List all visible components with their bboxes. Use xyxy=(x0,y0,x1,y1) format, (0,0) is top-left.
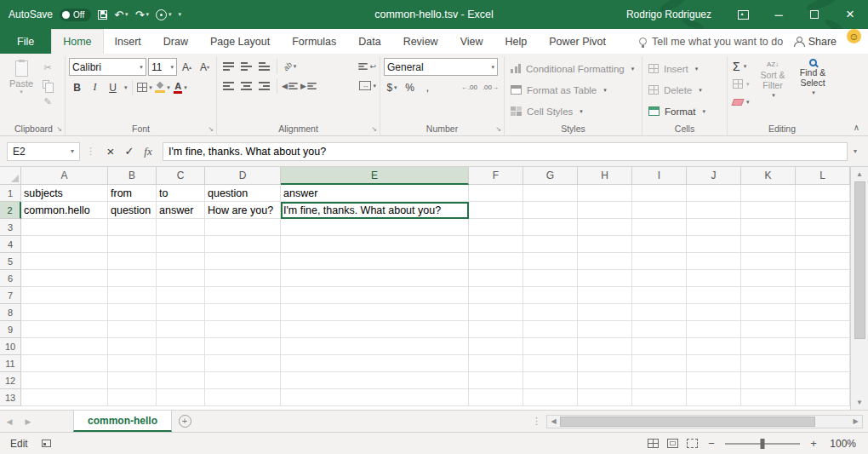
customize-quick-access-button[interactable]: ▾ xyxy=(179,11,182,18)
column-header-a[interactable]: A xyxy=(21,167,108,185)
cell-c1[interactable]: to xyxy=(157,185,205,202)
decrease-indent-button[interactable]: ◀ xyxy=(282,78,299,94)
cell-b13[interactable] xyxy=(108,389,157,406)
user-name[interactable]: Rodrigo Rodriguez xyxy=(626,9,711,20)
cell-k4[interactable] xyxy=(741,236,796,253)
cell-f3[interactable] xyxy=(469,219,523,236)
cell-b7[interactable] xyxy=(108,287,157,304)
decrease-font-size-button[interactable]: A▾ xyxy=(197,59,213,75)
row-header-1[interactable]: 1 xyxy=(0,185,21,202)
scroll-right-icon[interactable]: ▶ xyxy=(849,417,862,425)
font-name-combobox[interactable]: Calibri▾ xyxy=(69,58,146,76)
cell-g9[interactable] xyxy=(523,321,578,338)
cell-e10[interactable] xyxy=(281,338,469,355)
cell-c11[interactable] xyxy=(157,355,205,372)
column-header-b[interactable]: B xyxy=(108,167,157,185)
undo-button[interactable]: ↶▾ xyxy=(114,9,128,21)
cell-d10[interactable] xyxy=(205,338,281,355)
minimize-button[interactable]: ─ xyxy=(761,0,797,29)
cell-j2[interactable] xyxy=(687,202,741,219)
cell-g6[interactable] xyxy=(523,270,578,287)
inking-button[interactable]: ▾ xyxy=(156,9,172,20)
cell-k12[interactable] xyxy=(741,372,796,389)
cell-e4[interactable] xyxy=(281,236,469,253)
cell-a9[interactable] xyxy=(21,321,108,338)
number-dialog-launcher[interactable]: ↘ xyxy=(495,125,501,133)
cell-l12[interactable] xyxy=(796,372,850,389)
row-header-3[interactable]: 3 xyxy=(0,219,21,236)
cell-d3[interactable] xyxy=(205,219,281,236)
cell-g11[interactable] xyxy=(523,355,578,372)
cell-g7[interactable] xyxy=(523,287,578,304)
column-header-g[interactable]: G xyxy=(523,167,578,185)
cell-k10[interactable] xyxy=(741,338,796,355)
cell-i6[interactable] xyxy=(632,270,687,287)
cell-g1[interactable] xyxy=(523,185,578,202)
column-header-k[interactable]: K xyxy=(741,167,796,185)
cell-k3[interactable] xyxy=(741,219,796,236)
page-layout-view-button[interactable] xyxy=(667,439,678,448)
formula-bar-splitter[interactable]: ⋮ xyxy=(80,146,101,157)
sort-filter-button[interactable]: AZ↓ Sort & Filter ▾ xyxy=(755,58,791,110)
cell-i10[interactable] xyxy=(632,338,687,355)
middle-align-button[interactable] xyxy=(238,58,254,74)
delete-cells-button[interactable]: Delete ▾ xyxy=(646,79,723,101)
scroll-up-icon[interactable]: ▲ xyxy=(851,167,868,181)
tab-page-layout[interactable]: Page Layout xyxy=(199,29,281,54)
cell-i4[interactable] xyxy=(632,236,687,253)
underline-button[interactable]: U xyxy=(105,79,121,95)
cell-f2[interactable] xyxy=(469,202,523,219)
cell-j5[interactable] xyxy=(687,253,741,270)
zoom-slider-thumb[interactable] xyxy=(761,439,765,449)
cell-d13[interactable] xyxy=(205,389,281,406)
tab-home[interactable]: Home xyxy=(51,29,103,54)
underline-caret-icon[interactable]: ▾ xyxy=(124,84,128,91)
cell-l1[interactable] xyxy=(796,185,850,202)
cell-e7[interactable] xyxy=(281,287,469,304)
cell-a2[interactable]: common.hello xyxy=(21,202,108,219)
macro-record-icon[interactable] xyxy=(42,440,51,447)
cell-i5[interactable] xyxy=(632,253,687,270)
font-color-button[interactable]: A▾ xyxy=(173,79,189,95)
cell-a12[interactable] xyxy=(21,372,108,389)
cell-b1[interactable]: from xyxy=(108,185,157,202)
cell-c3[interactable] xyxy=(157,219,205,236)
cell-l6[interactable] xyxy=(796,270,850,287)
tab-data[interactable]: Data xyxy=(347,29,391,54)
tab-scrollbar-splitter[interactable]: ⋮ xyxy=(532,416,541,427)
share-button[interactable]: Share xyxy=(784,29,847,54)
cell-k5[interactable] xyxy=(741,253,796,270)
cell-b2[interactable]: question xyxy=(108,202,157,219)
cell-g3[interactable] xyxy=(523,219,578,236)
cell-g10[interactable] xyxy=(523,338,578,355)
cell-f4[interactable] xyxy=(469,236,523,253)
cell-e1[interactable]: answer xyxy=(281,185,469,202)
cell-a3[interactable] xyxy=(21,219,108,236)
cancel-entry-button[interactable]: × xyxy=(101,142,120,161)
cell-i1[interactable] xyxy=(632,185,687,202)
cell-h7[interactable] xyxy=(578,287,632,304)
cell-l9[interactable] xyxy=(796,321,850,338)
row-header-4[interactable]: 4 xyxy=(0,236,21,253)
paste-button[interactable]: Paste ▾ xyxy=(6,58,37,109)
row-header-8[interactable]: 8 xyxy=(0,304,21,321)
conditional-formatting-button[interactable]: Conditional Formatting ▾ xyxy=(508,58,638,79)
copy-button[interactable]: ▾ xyxy=(38,77,57,92)
column-header-j[interactable]: J xyxy=(687,167,741,185)
name-box[interactable]: E2 ▾ xyxy=(7,142,80,161)
tab-insert[interactable]: Insert xyxy=(104,29,152,54)
tell-me-search[interactable]: Tell me what you want to do xyxy=(639,29,783,54)
cell-l2[interactable] xyxy=(796,202,850,219)
cell-k6[interactable] xyxy=(741,270,796,287)
cell-j10[interactable] xyxy=(687,338,741,355)
fill-button[interactable]: ▾ xyxy=(731,76,751,92)
cell-e6[interactable] xyxy=(281,270,469,287)
align-center-button[interactable] xyxy=(238,78,254,94)
cell-l5[interactable] xyxy=(796,253,850,270)
cell-b6[interactable] xyxy=(108,270,157,287)
cell-c7[interactable] xyxy=(157,287,205,304)
cell-j3[interactable] xyxy=(687,219,741,236)
page-break-view-button[interactable] xyxy=(687,439,698,448)
percent-style-button[interactable]: % xyxy=(402,79,418,95)
cell-e3[interactable] xyxy=(281,219,469,236)
